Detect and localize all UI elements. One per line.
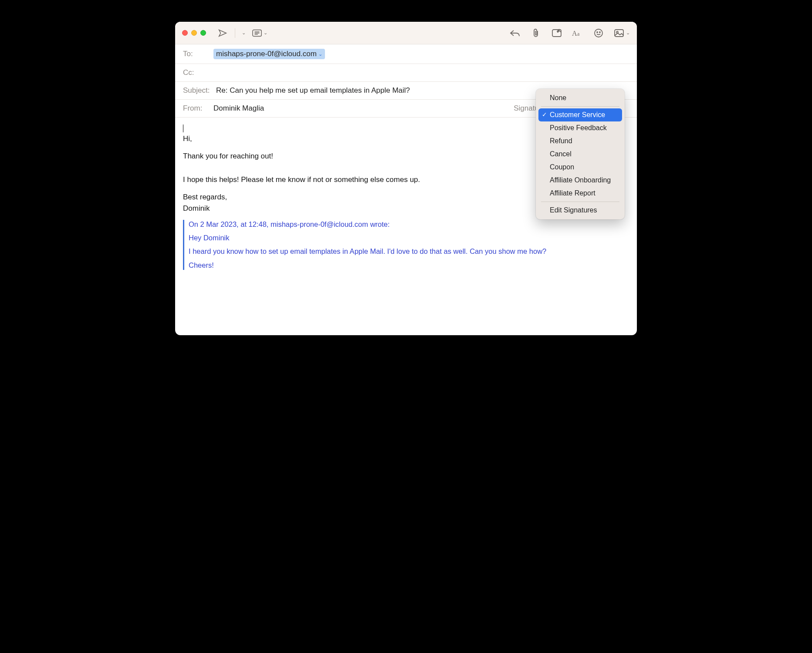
to-row[interactable]: To: mishaps-prone-0f@icloud.com ⌄	[175, 44, 637, 64]
from-value: Dominik Maglia	[213, 104, 264, 113]
signature-option-affiliate-report[interactable]: Affiliate Report	[538, 187, 622, 200]
quote-line-1: Hey Dominik	[189, 233, 629, 242]
from-label: From:	[183, 104, 213, 113]
svg-text:a: a	[577, 31, 580, 37]
cc-label: Cc:	[183, 68, 213, 77]
quote-meta: On 2 Mar 2023, at 12:48, mishaps-prone-0…	[189, 220, 629, 229]
quote-line-3: Cheers!	[189, 261, 629, 270]
menu-divider	[541, 106, 619, 107]
titlebar: ⌄ ⌄	[175, 22, 637, 44]
text-cursor	[183, 125, 183, 132]
signature-option-affiliate-onboarding[interactable]: Affiliate Onboarding	[538, 174, 622, 187]
to-label: To:	[183, 50, 213, 58]
svg-point-9	[599, 32, 600, 33]
to-recipient-chip[interactable]: mishaps-prone-0f@icloud.com ⌄	[213, 49, 325, 59]
send-button[interactable]	[215, 27, 230, 40]
insert-photo-icon[interactable]: ⌄	[613, 27, 630, 40]
cc-row[interactable]: Cc:	[175, 64, 637, 82]
signature-edit[interactable]: Edit Signatures	[538, 204, 622, 217]
to-recipient-value: mishaps-prone-0f@icloud.com	[216, 50, 317, 58]
svg-text:A: A	[572, 30, 577, 37]
fullscreen-window-button[interactable]	[200, 30, 206, 36]
signature-option-refund[interactable]: Refund	[538, 135, 622, 148]
subject-value: Re: Can you help me set up email templat…	[216, 86, 410, 95]
menu-divider	[541, 202, 619, 202]
reply-icon[interactable]	[509, 27, 521, 40]
attach-icon[interactable]	[530, 27, 542, 40]
toolbar-separator	[235, 28, 235, 38]
compose-window: ⌄ ⌄	[175, 22, 637, 335]
signature-option-customer-service[interactable]: Customer Service	[538, 108, 622, 121]
emoji-icon[interactable]	[592, 27, 605, 40]
format-text-icon[interactable]: A a	[572, 27, 584, 40]
header-fields-button[interactable]: ⌄	[250, 27, 269, 40]
close-window-button[interactable]	[182, 30, 188, 36]
svg-point-8	[597, 32, 598, 33]
signature-menu: None Customer Service Positive Feedback …	[536, 89, 625, 219]
send-options-dropdown[interactable]: ⌄	[240, 27, 247, 40]
signature-option-positive-feedback[interactable]: Positive Feedback	[538, 121, 622, 135]
signature-option-none[interactable]: None	[538, 91, 622, 104]
window-controls	[182, 30, 206, 36]
chevron-down-icon: ⌄	[318, 51, 322, 57]
markup-icon[interactable]	[551, 27, 563, 40]
signature-option-coupon[interactable]: Coupon	[538, 161, 622, 174]
minimize-window-button[interactable]	[191, 30, 197, 36]
quoted-message: On 2 Mar 2023, at 12:48, mishaps-prone-0…	[183, 220, 629, 270]
signature-option-cancel[interactable]: Cancel	[538, 148, 622, 161]
svg-point-7	[595, 29, 602, 37]
svg-rect-10	[615, 30, 623, 37]
quote-line-2: I heard you know how to set up email tem…	[189, 247, 629, 256]
subject-label: Subject:	[183, 86, 213, 95]
